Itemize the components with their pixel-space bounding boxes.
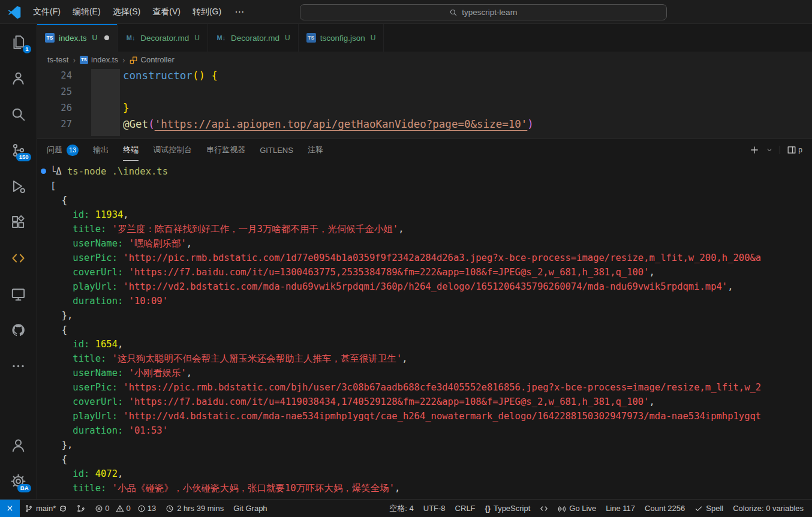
status-encoding[interactable]: UTF-8: [419, 500, 450, 517]
breadcrumb-item-ts-test[interactable]: ts-test: [47, 55, 68, 64]
terminal-token: duration:: [50, 296, 129, 306]
status-spell-checker[interactable]: Spell: [690, 500, 728, 517]
status-time-tracker[interactable]: 2 hrs 39 mins: [161, 500, 228, 517]
breadcrumb-label: index.ts: [91, 55, 118, 64]
activity-item-explorer[interactable]: 1: [0, 24, 37, 60]
run-debug-icon: [11, 179, 26, 194]
markdown-file-icon: M↓: [125, 33, 136, 43]
code-editor[interactable]: 24constructor() {2526}27@Get('https://ap…: [37, 68, 812, 139]
tab-index.ts[interactable]: TSindex.tsU: [37, 24, 118, 52]
terminal-token: '罗兰度：陈百祥找到好工作，一月3万啥都不用干，光伺候千金小姐': [112, 224, 399, 235]
status-label: main*: [36, 504, 56, 513]
activity-item-extension-gold[interactable]: [0, 240, 37, 276]
tab-Decorator.md[interactable]: M↓Decorator.mdU: [118, 24, 208, 52]
panel-tab-输出[interactable]: 输出: [93, 139, 109, 161]
breadcrumb-item-index.ts[interactable]: TSindex.ts: [80, 55, 118, 64]
activity-item-remote-explorer[interactable]: [0, 276, 37, 312]
terminal-token: ,: [123, 209, 128, 220]
status-go-live[interactable]: Go Live: [553, 500, 601, 517]
panel-tab-注释[interactable]: 注释: [308, 139, 323, 161]
code-token: constructor: [123, 70, 193, 82]
activity-item-extensions[interactable]: [0, 204, 37, 240]
activity-item-more-views[interactable]: [0, 348, 37, 384]
new-terminal-button[interactable]: [750, 145, 759, 155]
menu-item-0[interactable]: 文件(F): [27, 4, 67, 20]
panel-tab-终端[interactable]: 终端: [123, 139, 139, 161]
terminal-token: 'https://f7.baidu.com/it/u=1300463775,25…: [129, 267, 649, 278]
terminal-line: playUrl: 'http://vd2.bdstatic.com/mda-nd…: [50, 279, 812, 294]
menu-item-1[interactable]: 编辑(E): [67, 4, 107, 20]
panel-tab-GITLENS[interactable]: GITLENS: [260, 139, 293, 161]
terminal-line: {: [50, 323, 812, 337]
terminal-token: 'https://pic.rmb.bdstatic.com/bjh/user/3…: [123, 382, 761, 393]
terminal-token: 'http://vd4.bdstatic.com/mda-nae534ipmhp…: [123, 411, 761, 422]
status-eol[interactable]: CRLF: [450, 500, 480, 517]
activity-item-search[interactable]: [0, 96, 37, 132]
status-indentation[interactable]: 空格: 4: [384, 500, 418, 517]
panel-tab-问题[interactable]: 问题13: [47, 139, 79, 161]
breadcrumb-label: ts-test: [47, 55, 68, 64]
status-problems[interactable]: 0013: [90, 500, 161, 517]
status-remote-indicator[interactable]: [0, 500, 20, 517]
status-git-graph[interactable]: Git Graph: [228, 500, 272, 517]
activity-item-accounts[interactable]: [0, 427, 37, 463]
broadcast-icon: [558, 504, 566, 513]
terminal-token: '01:53': [129, 425, 168, 436]
status-language-mode[interactable]: {}TypeScript: [480, 500, 536, 517]
git-status-letter: U: [92, 34, 98, 42]
panel-actions: p: [750, 145, 802, 155]
terminal-token: userName:: [50, 238, 129, 249]
terminal-token: ,: [187, 368, 192, 378]
status-label: 空格: 4: [389, 503, 413, 514]
info-icon: [137, 504, 146, 513]
panel-tab-串行监视器[interactable]: 串行监视器: [206, 139, 245, 161]
status-label: 2 hrs 39 mins: [177, 504, 224, 513]
menu-item-4[interactable]: 转到(G): [187, 4, 227, 20]
activity-item-github[interactable]: [0, 312, 37, 348]
terminal-tabs-view-button[interactable]: p: [787, 145, 802, 155]
code-text: @Get('https://api.apiopen.top/api/getHao…: [123, 116, 534, 133]
status-cursor-line[interactable]: Line 117: [601, 500, 640, 517]
terminal-token: 11934: [95, 209, 124, 220]
activity-item-run-and-debug[interactable]: [0, 168, 37, 204]
menu-item-3[interactable]: 查看(V): [146, 4, 187, 20]
panel-tab-调试控制台[interactable]: 调试控制台: [153, 139, 192, 161]
status-git-branch[interactable]: main*: [20, 500, 72, 517]
menu-more-button[interactable]: ⋯: [227, 3, 252, 20]
typescript-file-icon: TS: [45, 33, 55, 43]
line-number: 24: [37, 68, 72, 84]
terminal-line: [: [50, 179, 812, 193]
breadcrumb: ts-test›TSindex.ts›Controller: [37, 52, 812, 68]
terminal[interactable]: └Δ ts-node .\index.ts[ { id: 11934, titl…: [37, 161, 812, 499]
launch-profile-button[interactable]: [766, 146, 773, 154]
code-token: (: [148, 118, 155, 130]
terminal-line: coverUrl: 'https://f7.baidu.com/it/u=130…: [50, 265, 812, 279]
status-label: Go Live: [569, 504, 596, 513]
terminal-token: 'http://vd2.bdstatic.com/mda-ndu69vwik5r…: [123, 281, 727, 292]
menu-item-2[interactable]: 选择(S): [107, 4, 147, 20]
status-colorize[interactable]: Colorize: 0 variables: [728, 500, 808, 517]
terminal-token: {: [50, 454, 67, 465]
status-git-graph-view[interactable]: [72, 500, 90, 517]
activity-item-live-share[interactable]: [0, 60, 37, 96]
tab-tsconfig.json[interactable]: TStsconfig.jsonU: [299, 24, 384, 52]
terminal-line: title: '小品《碰瓷》，小伙碰瓷大妈，张口就要10万吓坏大妈，爆笑全场',: [50, 481, 812, 495]
terminal-token: id:: [50, 339, 95, 350]
terminal-token: 1654: [95, 339, 118, 350]
status-code-extension[interactable]: [535, 500, 553, 517]
graph-icon: [77, 504, 85, 513]
status-count[interactable]: Count 2256: [640, 500, 690, 517]
bottom-panel: 问题13输出终端调试控制台串行监视器GITLENS注释p └Δ ts-node …: [37, 139, 812, 499]
terminal-line: duration: '01:53': [50, 423, 812, 438]
activity-item-source-control[interactable]: 150: [0, 132, 37, 168]
tab-Decorator.md[interactable]: M↓Decorator.mdU: [208, 24, 299, 52]
breadcrumb-item-Controller[interactable]: Controller: [130, 55, 175, 64]
terminal-token: ,: [118, 468, 123, 479]
terminal-token: playUrl:: [50, 281, 123, 292]
command-center-search[interactable]: typescript-learn: [300, 4, 667, 20]
code-icon: [540, 504, 548, 513]
status-label: Line 117: [606, 504, 635, 513]
modified-dot[interactable]: [104, 35, 109, 40]
activity-item-manage[interactable]: BA: [0, 463, 37, 499]
status-label: Git Graph: [233, 504, 267, 513]
